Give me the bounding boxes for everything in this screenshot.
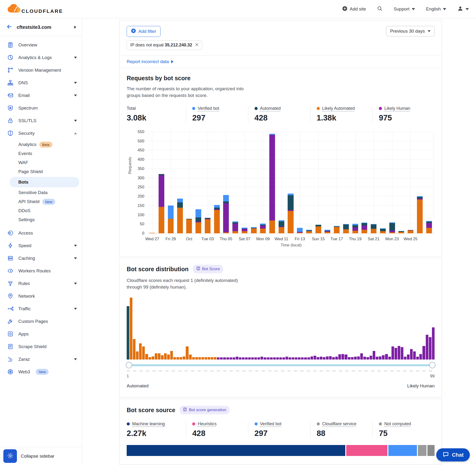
score-bar-39[interactable] xyxy=(245,357,248,359)
score-bar-5[interactable] xyxy=(139,343,142,359)
slider-handle-max[interactable] xyxy=(429,362,435,368)
score-bar-80[interactable] xyxy=(373,351,375,359)
score-bar-25[interactable] xyxy=(201,357,204,359)
score-bar-71[interactable] xyxy=(345,355,347,359)
score-bar-81[interactable] xyxy=(376,357,378,359)
sidebar-item-web3[interactable]: Web3New xyxy=(0,365,82,378)
score-bar-8[interactable] xyxy=(148,357,151,359)
bar-segment-automated[interactable] xyxy=(242,229,247,229)
add-site-button[interactable]: Add site xyxy=(342,6,366,12)
search-button[interactable] xyxy=(377,6,383,13)
bar-segment-automated[interactable] xyxy=(398,231,404,232)
bar-segment-automated[interactable] xyxy=(343,224,349,229)
bar-segment-likely-human[interactable] xyxy=(389,231,395,232)
bar-segment-likely-automated[interactable] xyxy=(149,233,155,233)
bar-segment-verified-bot[interactable] xyxy=(223,195,229,201)
bar-segment-likely-automated[interactable] xyxy=(408,231,413,233)
source-segment-not-computed[interactable] xyxy=(427,445,434,456)
bar-segment-likely-automated[interactable] xyxy=(426,228,432,233)
bar-segment-likely-automated[interactable] xyxy=(233,231,238,233)
score-bar-85[interactable] xyxy=(388,357,391,359)
score-bar-42[interactable] xyxy=(254,357,257,359)
sidebar-item-api-shield[interactable]: API ShieldNew xyxy=(0,197,82,206)
bar-segment-automated[interactable] xyxy=(233,222,238,223)
bar-segment-automated[interactable] xyxy=(288,195,293,210)
sidebar-item-security[interactable]: Security xyxy=(0,127,82,139)
score-bar-94[interactable] xyxy=(416,357,419,359)
bar-segment-verified-bot[interactable] xyxy=(288,194,293,195)
score-bar-47[interactable] xyxy=(270,357,273,359)
bar-segment-likely-human[interactable] xyxy=(426,223,432,228)
score-bar-21[interactable] xyxy=(189,355,192,359)
stat-label[interactable]: Verified bot xyxy=(260,422,281,426)
bar-segment-likely-automated[interactable] xyxy=(389,232,395,233)
bar-segment-verified-bot[interactable] xyxy=(334,226,339,226)
bar-segment-verified-bot[interactable] xyxy=(325,230,330,231)
score-bar-40[interactable] xyxy=(248,357,251,359)
bar-segment-likely-automated[interactable] xyxy=(269,221,275,233)
sidebar-item-ddos[interactable]: DDoS xyxy=(0,206,82,215)
bar-segment-verified-bot[interactable] xyxy=(251,227,257,228)
sidebar-item-events[interactable]: Events xyxy=(0,149,82,158)
score-bar-30[interactable] xyxy=(217,357,220,359)
bar-segment-automated[interactable] xyxy=(205,218,211,219)
bar-segment-verified-bot[interactable] xyxy=(297,228,303,232)
collapse-sidebar-button[interactable]: Collapse sidebar xyxy=(21,454,54,459)
bar-segment-likely-human[interactable] xyxy=(408,230,413,231)
score-bar-10[interactable] xyxy=(155,353,157,359)
chat-button[interactable]: Chat xyxy=(436,448,470,461)
bar-segment-automated[interactable] xyxy=(223,201,229,203)
stat-label[interactable]: Likely Automated xyxy=(322,106,355,111)
score-bar-64[interactable] xyxy=(323,357,326,359)
score-bar-48[interactable] xyxy=(273,357,276,359)
bar-segment-likely-human[interactable] xyxy=(260,225,266,229)
bar-segment-verified-bot[interactable] xyxy=(269,134,275,135)
score-bar-58[interactable] xyxy=(304,357,307,359)
bar-segment-likely-automated[interactable] xyxy=(398,232,404,233)
score-bar-43[interactable] xyxy=(257,357,260,359)
bar-segment-verified-bot[interactable] xyxy=(361,223,367,223)
bar-segment-automated[interactable] xyxy=(426,222,432,223)
score-bar-84[interactable] xyxy=(385,354,388,359)
score-bar-38[interactable] xyxy=(242,357,244,359)
score-bar-61[interactable] xyxy=(314,356,316,359)
sidebar-item-zaraz[interactable]: Zaraz xyxy=(0,353,82,365)
score-bar-41[interactable] xyxy=(251,357,254,359)
add-filter-button[interactable]: Add filter xyxy=(127,26,160,37)
bar-segment-automated[interactable] xyxy=(177,202,183,208)
stat-label[interactable]: Cloudflare service xyxy=(322,422,357,426)
score-bar-59[interactable] xyxy=(307,357,310,359)
score-bar-1[interactable] xyxy=(127,306,129,359)
score-bar-87[interactable] xyxy=(395,348,397,359)
bar-segment-verified-bot[interactable] xyxy=(417,196,423,197)
report-incorrect-data-link[interactable]: Report incorrect data xyxy=(127,59,173,64)
bar-segment-verified-bot[interactable] xyxy=(214,205,220,208)
stat-label[interactable]: Total xyxy=(127,106,136,111)
sidebar-item-ssl-tls[interactable]: SSL/TLS xyxy=(0,114,82,127)
bar-segment-verified-bot[interactable] xyxy=(343,224,349,224)
bar-segment-automated[interactable] xyxy=(325,231,330,231)
score-bar-99[interactable] xyxy=(432,328,434,359)
score-bar-31[interactable] xyxy=(220,357,223,359)
stat-label[interactable]: Not computed xyxy=(384,422,411,426)
bar-segment-automated[interactable] xyxy=(251,228,257,228)
bar-segment-likely-human[interactable] xyxy=(269,135,275,221)
score-bar-27[interactable] xyxy=(208,357,210,359)
stat-label[interactable]: Likely Human xyxy=(384,106,410,111)
sidebar-item-sensitive-data[interactable]: Sensitive Data xyxy=(0,188,82,197)
score-bar-28[interactable] xyxy=(211,357,213,359)
language-menu[interactable]: English xyxy=(426,6,446,12)
score-bar-70[interactable] xyxy=(341,354,344,359)
bar-segment-likely-automated[interactable] xyxy=(223,232,229,233)
score-bar-62[interactable] xyxy=(317,357,319,359)
bar-segment-verified-bot[interactable] xyxy=(279,220,284,222)
score-bar-77[interactable] xyxy=(363,357,366,359)
sidebar-item-workers-routes[interactable]: Workers Routes xyxy=(0,264,82,277)
score-bar-37[interactable] xyxy=(239,357,242,359)
bar-segment-verified-bot[interactable] xyxy=(371,224,376,224)
bar-segment-verified-bot[interactable] xyxy=(177,199,183,202)
bar-segment-likely-automated[interactable] xyxy=(371,229,376,233)
bar-segment-likely-human[interactable] xyxy=(417,199,423,200)
sidebar-item-network[interactable]: Network xyxy=(0,290,82,302)
bar-segment-automated[interactable] xyxy=(214,208,220,209)
